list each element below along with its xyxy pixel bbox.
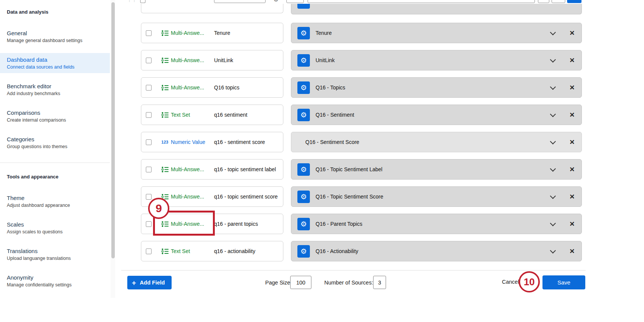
- drag-handle-icon[interactable]: ⋮⋮: [127, 0, 137, 3]
- gear-icon[interactable]: ⚙: [274, 0, 278, 3]
- field-checkbox[interactable]: [146, 194, 152, 200]
- field-type-icon: 123: [161, 112, 169, 118]
- field-name[interactable]: q16 - sentiment score: [214, 139, 265, 145]
- field-row: 123 Numeric Value q16 - sentiment score …: [121, 132, 644, 152]
- trash-icon[interactable]: [140, 0, 145, 3]
- sidebar-item-dashboard-data[interactable]: Dashboard data Connect data sources and …: [7, 56, 105, 70]
- field-checkbox[interactable]: [146, 167, 152, 172]
- page-size-input[interactable]: [290, 276, 311, 289]
- gear-button[interactable]: ⚙: [297, 27, 310, 39]
- chevron-down-icon[interactable]: [550, 194, 556, 199]
- field-name[interactable]: Q16 topics: [214, 84, 239, 91]
- sidebar-sections: Data and analysis General Manage general…: [7, 9, 105, 308]
- field-name[interactable]: Tenure: [214, 30, 230, 36]
- field-type-label[interactable]: Multi-Answe...: [171, 30, 211, 36]
- field-mapping-card: ⚙ Q16 - Sentiment Score ✕: [291, 132, 582, 152]
- sidebar-item-scales[interactable]: Scales Assign scales to questions: [7, 221, 105, 235]
- field-source-card: 123 Multi-Answe... Tenure: [141, 23, 283, 43]
- field-name[interactable]: q16 - topic sentiment label: [214, 166, 276, 172]
- chevron-down-icon[interactable]: [550, 58, 556, 63]
- mapped-field-name: Q16 - Actionability: [316, 248, 550, 254]
- close-icon[interactable]: ✕: [569, 193, 575, 201]
- chevron-down-icon[interactable]: [550, 112, 556, 117]
- chevron-down-icon[interactable]: [550, 85, 556, 90]
- chevron-down-icon[interactable]: [550, 167, 556, 172]
- field-checkbox[interactable]: [146, 221, 152, 227]
- field-checkbox[interactable]: [146, 30, 152, 36]
- close-icon[interactable]: ✕: [569, 29, 575, 37]
- toolbar-button-1[interactable]: [538, 0, 549, 3]
- add-field-label: Add Field: [140, 280, 165, 286]
- close-icon[interactable]: ✕: [569, 56, 575, 64]
- sidebar-item-theme[interactable]: Theme Adjust dashboard appearance: [7, 195, 105, 208]
- cancel-button[interactable]: Cancel: [502, 279, 519, 285]
- list-icon: [161, 57, 169, 64]
- dashboard-data-panel: ⋮⋮ ⚙: [121, 0, 644, 322]
- field-type-dropdown[interactable]: [214, 0, 266, 3]
- list-icon: [161, 84, 169, 91]
- field-type-label[interactable]: Multi-Answe...: [171, 166, 211, 172]
- dashboard-settings-window: Data and analysis General Manage general…: [0, 0, 644, 322]
- mapped-field-name: Q16 - Topic Sentiment Label: [316, 166, 550, 172]
- field-checkbox[interactable]: [146, 58, 152, 63]
- sidebar-item-comparisons[interactable]: Comparisons Create internal comparisons: [7, 109, 105, 123]
- sidebar-item-description: Manage confidentiality settings: [7, 282, 105, 288]
- chevron-down-icon[interactable]: [550, 30, 556, 36]
- gear-button-clipped[interactable]: [297, 4, 310, 9]
- field-name[interactable]: q16 - actionability: [214, 248, 255, 254]
- close-icon[interactable]: ✕: [569, 247, 575, 255]
- field-type-label[interactable]: Multi-Answe...: [171, 84, 211, 91]
- sidebar-section-header: Data and analysis: [7, 9, 105, 15]
- field-checkbox[interactable]: [146, 249, 152, 254]
- field-name[interactable]: UnitLink: [214, 57, 233, 63]
- field-name[interactable]: q16 sentiment: [214, 112, 247, 118]
- toolbar-primary-button[interactable]: [567, 0, 581, 3]
- gear-button[interactable]: ⚙: [297, 81, 310, 94]
- close-icon[interactable]: ✕: [569, 84, 575, 92]
- sidebar-item-translations[interactable]: Translations Upload languange translatio…: [7, 248, 105, 261]
- clipped-toolbar: ⋮⋮ ⚙: [121, 0, 644, 4]
- field-mapping-card: ⚙ UnitLink ✕: [291, 50, 582, 70]
- chevron-down-icon[interactable]: [550, 249, 556, 254]
- field-type-label[interactable]: Numeric Value: [171, 139, 211, 145]
- field-checkbox[interactable]: [146, 112, 152, 118]
- gear-button[interactable]: ⚙: [297, 191, 310, 203]
- field-name[interactable]: q16 - parent topics: [214, 221, 258, 227]
- chevron-down-icon[interactable]: [550, 139, 556, 145]
- number-of-sources-input[interactable]: [373, 276, 386, 289]
- gear-button[interactable]: ⚙: [297, 109, 310, 121]
- scrollbar-thumb[interactable]: [111, 2, 115, 258]
- sidebar-item-general[interactable]: General Manage general dashboard setting…: [7, 30, 105, 44]
- field-name[interactable]: q16 - topic sentiment score: [214, 194, 278, 200]
- field-type-label[interactable]: Text Set: [171, 248, 211, 254]
- close-icon[interactable]: ✕: [569, 138, 575, 146]
- sidebar-item-categories[interactable]: Categories Group questions into themes: [7, 136, 105, 150]
- close-icon[interactable]: ✕: [569, 220, 575, 228]
- close-icon[interactable]: ✕: [569, 166, 575, 174]
- gear-button[interactable]: ⚙: [297, 245, 310, 258]
- field-mapping-card: ⚙ Q16 - Topic Sentiment Label ✕: [291, 159, 582, 180]
- mapped-field-name: Q16 - Parent Topics: [316, 221, 550, 227]
- field-type-label[interactable]: Multi-Answe...: [171, 194, 211, 200]
- field-checkbox[interactable]: [146, 85, 152, 91]
- close-icon[interactable]: ✕: [569, 111, 575, 119]
- gear-button[interactable]: ⚙: [297, 163, 310, 176]
- toolbar-button-2[interactable]: [552, 0, 565, 3]
- list-icon: [161, 248, 169, 255]
- window-edge-mask: [0, 298, 644, 322]
- sidebar-item-benchmark-editor[interactable]: Benchmark editor Add industry benchmarks: [7, 83, 105, 97]
- field-checkbox[interactable]: [146, 139, 152, 145]
- sidebar-item-anonymity[interactable]: Anonymity Manage confidentiality setting…: [7, 274, 105, 288]
- field-type-label[interactable]: Multi-Answe...: [171, 57, 211, 63]
- sidebar-scrollbar[interactable]: [111, 0, 115, 322]
- search-input[interactable]: [308, 0, 535, 3]
- add-field-button[interactable]: + Add Field: [127, 276, 172, 289]
- chevron-down-icon[interactable]: [550, 221, 556, 227]
- toolbar-box[interactable]: [286, 0, 304, 3]
- mapped-field-name: Q16 - Sentiment Score: [305, 139, 550, 145]
- save-button[interactable]: Save: [542, 275, 585, 289]
- gear-button[interactable]: ⚙: [297, 218, 310, 230]
- gear-button[interactable]: ⚙: [297, 54, 310, 67]
- field-type-label[interactable]: Text Set: [171, 112, 211, 118]
- annotation-step-10: 10: [519, 271, 540, 292]
